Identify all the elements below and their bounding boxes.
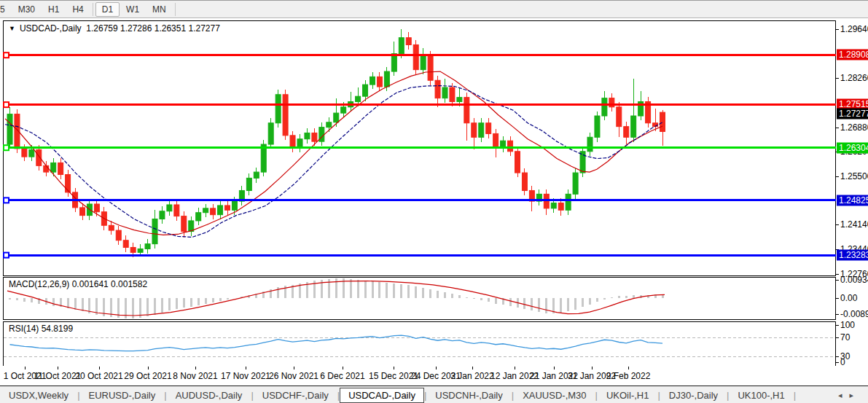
symbol-dropdown-icon[interactable]: ▼: [9, 25, 15, 32]
tab-scroll-arrows[interactable]: ◂▸: [838, 391, 861, 400]
candle-body: [472, 123, 477, 138]
terminal-window: 5M30H1H4D1W1MN ▼USDCAD-,Daily 1.26759 1.…: [0, 0, 868, 403]
tab-scroll-right-icon[interactable]: ▸: [849, 391, 861, 399]
symbol-tab-eurusd[interactable]: EURUSD-,Daily: [80, 388, 165, 403]
rsi-tick-label: 0: [840, 357, 845, 367]
symbol-tab-usdchf[interactable]: USDCHF-,Daily: [254, 388, 337, 403]
price-badge: 1.28908: [837, 50, 868, 60]
timeframe-button-h4[interactable]: H4: [66, 2, 90, 17]
candle-body: [327, 122, 332, 128]
candle-body: [160, 211, 165, 219]
date-label: 6 Dec 2021: [320, 371, 364, 381]
date-label: 26 Nov 2021: [269, 371, 318, 381]
date-tick-mark: [554, 367, 555, 369]
symbol-tab-uk100[interactable]: UK100-,H1: [729, 388, 793, 403]
axis-tick-mark: [836, 274, 839, 275]
axis-tick-mark: [836, 280, 839, 281]
axis-tick-mark: [836, 314, 839, 315]
candle-body: [123, 240, 128, 248]
price-badge: 1.24825: [837, 195, 868, 206]
date-tick-mark: [343, 367, 343, 369]
candle-body: [254, 172, 259, 178]
candle-body: [51, 163, 56, 172]
level-drag-handle[interactable]: [4, 253, 9, 258]
axis-tick-mark: [836, 325, 839, 326]
candle-body: [152, 219, 157, 243]
candle-body: [457, 98, 462, 102]
candle-body: [406, 38, 411, 45]
candle-body: [624, 127, 629, 138]
symbol-tab-usdcad[interactable]: USDCAD-,Daily: [340, 388, 424, 403]
candle-body: [522, 173, 527, 190]
candle-body: [145, 244, 150, 249]
candle-body: [297, 139, 302, 148]
date-tick-mark: [294, 367, 294, 369]
candle-body: [312, 133, 317, 141]
candle-body: [275, 95, 281, 123]
symbol-tab-usdx[interactable]: USDX,Weekly: [0, 388, 77, 403]
level-drag-handle[interactable]: [4, 197, 9, 203]
candle-body: [413, 44, 418, 69]
price-tick-label: 1.24140: [840, 219, 868, 230]
toolbar-separator: [93, 3, 93, 16]
candle-body: [573, 173, 578, 194]
timeframe-button-5[interactable]: 5: [0, 2, 12, 17]
symbol-label: USDCAD-,Daily: [20, 23, 82, 34]
date-tick-mark: [472, 367, 473, 369]
price-tick-label: 1.26880: [840, 122, 868, 133]
timeframe-button-h1[interactable]: H1: [42, 2, 66, 17]
timeframe-button-mn[interactable]: MN: [146, 2, 173, 17]
candle-body: [450, 87, 455, 102]
candle-body: [167, 205, 172, 211]
candle-body: [174, 205, 179, 216]
symbol-tab-dj30[interactable]: DJ30-,Daily: [660, 388, 727, 403]
candle-body: [421, 55, 426, 70]
candle-body: [384, 71, 389, 87]
candle-body: [580, 152, 585, 173]
candle-body: [290, 136, 295, 148]
level-drag-handle[interactable]: [4, 102, 9, 107]
symbol-tab-audusd[interactable]: AUDUSD-,Daily: [167, 388, 251, 403]
candle-body: [363, 85, 368, 96]
candle-body: [370, 77, 375, 85]
macd-tick-label: -0.008903: [840, 309, 868, 319]
tab-scroll-left-icon[interactable]: ◂: [838, 391, 850, 399]
candle-body: [181, 216, 187, 232]
symbol-tab-xauusd[interactable]: XAUUSD-,M30: [514, 388, 595, 403]
candle-body: [566, 194, 571, 210]
date-tick-mark: [436, 367, 437, 369]
rsi-indicator-label: RSI(14) 54.8199: [9, 324, 73, 334]
candle-body: [196, 213, 201, 221]
price-tick-label: 1.29640: [840, 24, 868, 34]
candle-body: [211, 208, 216, 215]
tab-separator: |: [794, 390, 796, 401]
rsi-tick-label: 100: [840, 320, 855, 330]
symbol-tab-usdcnh[interactable]: USDCNH-,Daily: [426, 388, 511, 403]
candle-body: [246, 178, 251, 190]
candle-body: [508, 141, 513, 152]
timeframe-button-d1[interactable]: D1: [95, 2, 120, 17]
candle-body: [587, 137, 593, 152]
timeframe-button-m30[interactable]: M30: [12, 2, 42, 17]
axis-tick-mark: [836, 224, 839, 225]
candle-body: [94, 204, 99, 212]
ohlc-close: 1.27277: [188, 23, 219, 34]
date-label: 3 Jan 2022: [450, 371, 493, 381]
date-label: 20 Oct 2021: [75, 371, 122, 381]
chart-title: ▼USDCAD-,Daily 1.26759 1.27286 1.26351 1…: [9, 23, 220, 34]
candle-body: [138, 249, 143, 252]
candle-body: [595, 116, 600, 137]
candle-body: [377, 77, 382, 87]
price-badge: 1.26304: [837, 143, 868, 154]
date-label: 11 Oct 2021: [34, 371, 82, 381]
candle-body: [225, 206, 230, 210]
candle-body: [232, 201, 237, 210]
timeframe-button-w1[interactable]: W1: [120, 2, 146, 17]
symbol-tab-ukoil[interactable]: UKOil-,H1: [598, 388, 658, 403]
candle-body: [428, 55, 433, 80]
date-axis: 1 Oct 202111 Oct 202120 Oct 202129 Oct 2…: [0, 367, 868, 386]
level-drag-handle[interactable]: [4, 145, 9, 150]
candle-body: [7, 114, 12, 144]
chart-canvas[interactable]: [3, 20, 836, 366]
level-drag-handle[interactable]: [4, 52, 9, 58]
